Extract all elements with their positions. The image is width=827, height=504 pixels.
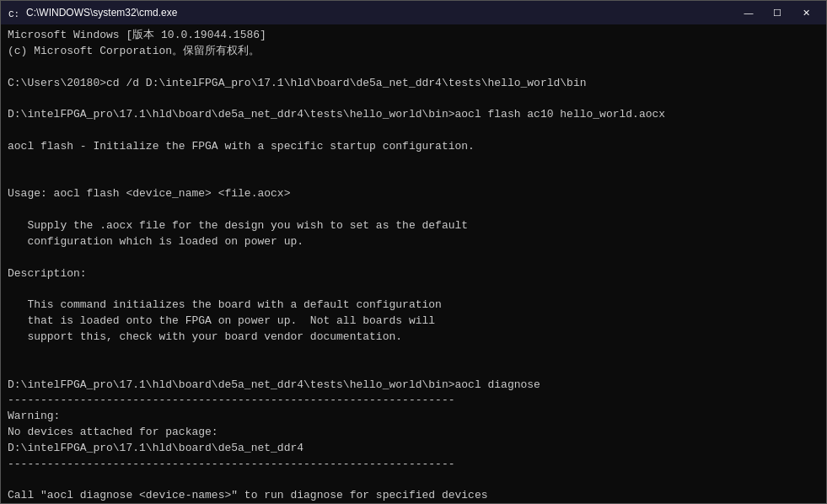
svg-text:C:: C: [8,9,19,19]
titlebar: C: C:\WINDOWS\system32\cmd.exe — ☐ ✕ [1,1,826,24]
console-area[interactable]: Microsoft Windows [版本 10.0.19044.1586] (… [1,24,826,503]
console-output: Microsoft Windows [版本 10.0.19044.1586] (… [8,28,819,503]
close-button[interactable]: ✕ [792,4,819,21]
cmd-window: C: C:\WINDOWS\system32\cmd.exe — ☐ ✕ Mic… [0,0,827,504]
cmd-icon: C: [8,6,21,19]
window-title: C:\WINDOWS\system32\cmd.exe [26,7,735,19]
window-controls: — ☐ ✕ [735,4,819,21]
maximize-button[interactable]: ☐ [764,4,791,21]
minimize-button[interactable]: — [735,4,762,21]
